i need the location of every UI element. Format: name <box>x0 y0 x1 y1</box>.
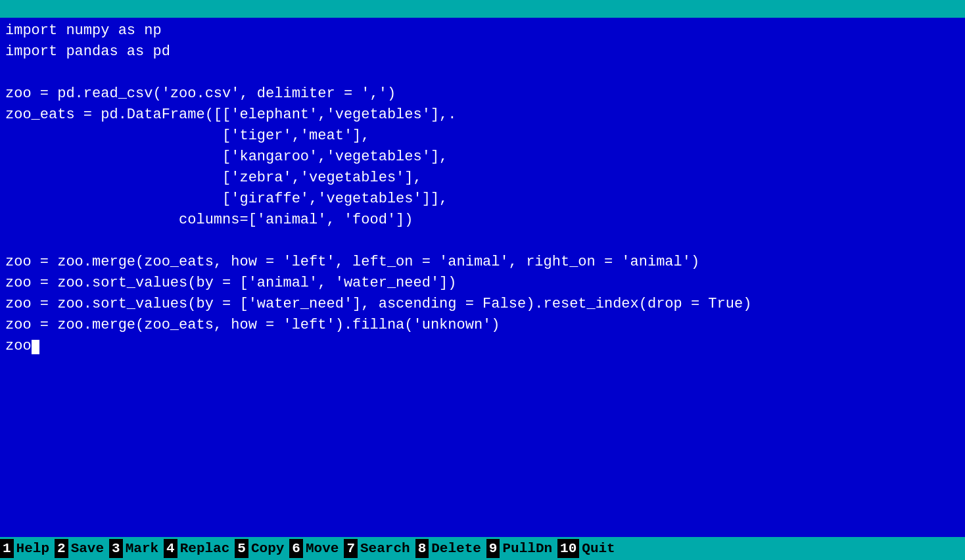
bottom-item-copy[interactable]: 5Copy <box>235 537 289 560</box>
bottom-item-num: 9 <box>486 539 500 558</box>
bottom-item-save[interactable]: 2Save <box>55 537 109 560</box>
bottom-item-label: Quit <box>579 539 620 558</box>
title-bar <box>0 0 965 18</box>
code-line: zoo = zoo.merge(zoo_eats, how = 'left', … <box>5 252 960 273</box>
code-line: import numpy as np <box>5 20 960 41</box>
code-line: import pandas as pd <box>5 41 960 62</box>
bottom-item-label: PullDn <box>500 539 557 558</box>
bottom-item-num: 7 <box>344 539 358 558</box>
bottom-item-label: Copy <box>248 539 289 558</box>
bottom-item-search[interactable]: 7Search <box>344 537 415 560</box>
code-line <box>5 62 960 83</box>
bottom-item-label: Save <box>68 539 109 558</box>
bottom-item-pulldn[interactable]: 9PullDn <box>486 537 557 560</box>
code-line: zoo = zoo.sort_values(by = ['water_need'… <box>5 294 960 315</box>
bottom-item-num: 5 <box>235 539 248 558</box>
bottom-item-num: 3 <box>109 539 123 558</box>
bottom-item-label: Mark <box>123 539 164 558</box>
bottom-item-num: 8 <box>415 539 429 558</box>
text-cursor <box>32 340 39 354</box>
bottom-item-num: 1 <box>0 539 14 558</box>
bottom-item-replac[interactable]: 4Replac <box>164 537 235 560</box>
editor-area[interactable]: import numpy as npimport pandas as pd zo… <box>0 18 965 537</box>
bottom-item-mark[interactable]: 3Mark <box>109 537 164 560</box>
code-line: ['giraffe','vegetables']], <box>5 189 960 210</box>
code-line: columns=['animal', 'food']) <box>5 210 960 231</box>
bottom-item-label: Search <box>358 539 415 558</box>
bottom-item-num: 4 <box>164 539 177 558</box>
code-line: ['zebra','vegetables'], <box>5 168 960 189</box>
title-status <box>5 1 121 16</box>
bottom-bar: 1Help2Save3Mark4Replac5Copy6Move7Search8… <box>0 537 965 560</box>
code-line: ['kangaroo','vegetables'], <box>5 147 960 168</box>
bottom-item-label: Move <box>303 539 344 558</box>
bottom-item-label: Replac <box>177 539 235 558</box>
code-line: zoo <box>5 336 960 357</box>
code-line: ['tiger','meat'], <box>5 126 960 147</box>
code-container: import numpy as npimport pandas as pd zo… <box>5 20 960 357</box>
bottom-item-delete[interactable]: 8Delete <box>415 537 486 560</box>
bottom-item-quit[interactable]: 10Quit <box>557 537 621 560</box>
bottom-item-label: Help <box>14 539 55 558</box>
code-line: zoo_eats = pd.DataFrame([['elephant','ve… <box>5 105 960 126</box>
bottom-item-num: 2 <box>55 539 68 558</box>
code-line: zoo = zoo.sort_values(by = ['animal', 'w… <box>5 273 960 294</box>
bottom-item-num: 6 <box>289 539 303 558</box>
bottom-item-help[interactable]: 1Help <box>0 537 55 560</box>
bottom-item-label: Delete <box>429 539 486 558</box>
code-line: zoo = zoo.merge(zoo_eats, how = 'left').… <box>5 315 960 336</box>
bottom-item-move[interactable]: 6Move <box>289 537 344 560</box>
code-line: zoo = pd.read_csv('zoo.csv', delimiter =… <box>5 83 960 105</box>
bottom-item-num: 10 <box>557 539 579 558</box>
code-line <box>5 231 960 252</box>
